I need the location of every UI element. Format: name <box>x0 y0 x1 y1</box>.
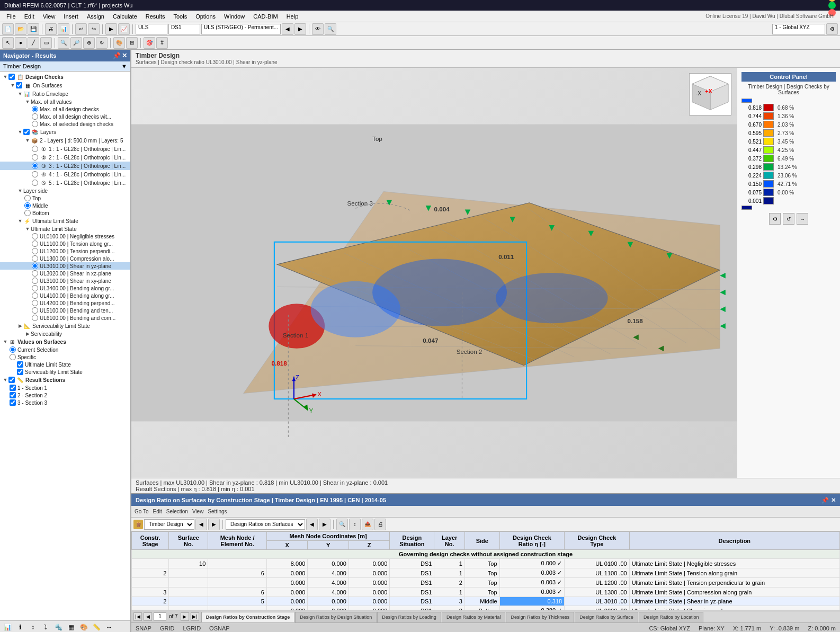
ul4100-radio[interactable] <box>32 292 38 299</box>
tree-sls-specific[interactable]: Serviceability Limit State <box>0 368 130 376</box>
ul5100-radio[interactable] <box>32 307 38 314</box>
next-ratios[interactable]: ▶ <box>319 519 330 530</box>
coord-dropdown[interactable]: 1 - Global XYZ <box>772 24 825 34</box>
tree-ul1200[interactable]: UL1200.00 | Tension perpendi... <box>0 247 130 255</box>
tree-ratio-envelope[interactable]: ▼ 📊 Ratio Envelope <box>0 90 130 98</box>
menu-edit[interactable]: Edit <box>20 12 39 21</box>
tree-values-surfaces[interactable]: ▼ ⊞ Values on Surfaces <box>0 337 130 346</box>
tree-l5[interactable]: ⑤ 5 : 1 - GL28c | Orthotropic | Lin... <box>0 179 130 187</box>
dc-checkbox[interactable] <box>8 74 15 80</box>
tree-layers-2[interactable]: ▼ 📦 2 - Layers | d: 500.0 mm | Layers: 5 <box>0 136 130 145</box>
tb-edit[interactable]: Edit <box>153 509 162 514</box>
tb-goto[interactable]: Go To <box>135 509 149 514</box>
l3-radio[interactable] <box>32 163 38 169</box>
ul1200-radio[interactable] <box>32 248 38 254</box>
menu-assign[interactable]: Assign <box>83 12 109 21</box>
tab-constr-stage[interactable]: Design Ratios by Construction Stage <box>201 612 295 622</box>
sls-sp-checkbox[interactable] <box>17 369 23 375</box>
tree-ul6100[interactable]: UL6100.00 | Bending and com... <box>0 314 130 322</box>
tree-max-all[interactable]: ▼ Max. of all values <box>0 98 130 105</box>
module-dropdown[interactable]: Timber Design <box>144 519 194 530</box>
tb-selection[interactable]: Selection <box>166 509 188 514</box>
menu-insert[interactable]: Insert <box>59 12 83 21</box>
tb-view[interactable]: View <box>192 509 204 514</box>
tab-design-situation[interactable]: Design Ratios by Design Situation <box>295 612 377 622</box>
ds-dropdown[interactable]: DS1 <box>168 24 200 34</box>
filter-results[interactable]: 🔍 <box>336 519 348 530</box>
ul3020-radio[interactable] <box>32 270 38 277</box>
ul1100-radio[interactable] <box>32 241 38 247</box>
tree-l1[interactable]: ① 1 : 1 - GL28c | Orthotropic | Lin... <box>0 145 130 153</box>
tree-ul5100[interactable]: UL5100.00 | Bending and ten... <box>0 307 130 314</box>
nav-close[interactable]: ✕ <box>122 52 127 59</box>
tree-uls[interactable]: ▼ ⚡ Ultimate Limit State <box>0 217 130 225</box>
table-row[interactable]: 0.000 0.000 0.000 DS1 2 Bottom 0.280 ✓ U… <box>132 606 840 610</box>
tree-design-checks[interactable]: ▼ 📋 Design Checks <box>0 73 130 81</box>
table-row[interactable]: 0.000 4.000 0.000 DS1 2 Top 0.003 ✓ UL 1… <box>132 578 840 588</box>
line-btn[interactable]: ╱ <box>28 37 39 49</box>
print-results[interactable]: 🖨 <box>374 519 386 530</box>
tab-thickness[interactable]: Design Ratios by Thickness <box>506 612 574 622</box>
prev-ratios[interactable]: ◀ <box>306 519 318 530</box>
first-page-btn[interactable]: |◀ <box>133 612 142 621</box>
prev-module[interactable]: ◀ <box>195 519 207 530</box>
load-dropdown[interactable]: ULS (STR/GEO) - Permanent... <box>201 24 281 34</box>
tree-max-design-1[interactable]: Max. of all design checks <box>0 105 130 113</box>
grid-btn[interactable]: # <box>156 37 168 49</box>
legend-settings-btn[interactable]: ⚙ <box>769 213 781 225</box>
cs-radio[interactable] <box>10 346 16 353</box>
render-btn[interactable]: 🎨 <box>113 37 125 49</box>
l4-radio[interactable] <box>32 171 38 177</box>
wire-btn[interactable]: ⊞ <box>126 37 138 49</box>
tree-l3[interactable]: ③ 3 : 1 - GL28c | Orthotropic | Lin... <box>0 162 130 170</box>
l1-radio[interactable] <box>32 146 38 152</box>
tab-location[interactable]: Design Ratios by Location <box>639 612 704 622</box>
l5-radio[interactable] <box>32 180 38 186</box>
ul4200-radio[interactable] <box>32 300 38 306</box>
prev-page-btn[interactable]: ◀ <box>144 612 152 621</box>
l2r-radio[interactable] <box>32 154 38 161</box>
print2-btn[interactable]: 📊 <box>58 23 69 35</box>
mid-radio[interactable] <box>24 202 31 209</box>
next-module[interactable]: ▶ <box>208 519 220 530</box>
last-page-btn[interactable]: ▶| <box>191 612 199 621</box>
tree-on-surfaces[interactable]: ▼ ▦ On Surfaces <box>0 81 130 90</box>
menu-help[interactable]: Help <box>282 12 303 21</box>
table-row[interactable]: 10 8.000 0.000 0.000 DS1 1 Top 0.000 ✓ U… <box>132 559 840 568</box>
uls-sp-checkbox[interactable] <box>17 361 23 368</box>
table-row[interactable]: 2 5 0.000 0.000 0.000 DS1 3 Middle 0.318… <box>132 597 840 606</box>
snap-btn[interactable]: 🎯 <box>144 37 155 49</box>
table-row[interactable]: 2 6 0.000 4.000 0.000 DS1 1 Top 0.003 ✓ … <box>132 568 840 578</box>
menu-results[interactable]: Results <box>141 12 169 21</box>
new-btn[interactable]: 📄 <box>2 23 14 35</box>
results-close[interactable]: ✕ <box>831 497 836 504</box>
table-row[interactable]: 3 6 0.000 4.000 0.000 DS1 1 Top 0.003 ✓ … <box>132 588 840 597</box>
tree-ul3100[interactable]: UL3100.00 | Shear in xy-plane <box>0 277 130 284</box>
print-btn[interactable]: 🖨 <box>45 23 57 35</box>
save-btn[interactable]: 💾 <box>28 23 39 35</box>
ul0100-radio[interactable] <box>32 233 38 239</box>
tree-ul3010[interactable]: UL3010.00 | Shear in yz-plane <box>0 262 130 270</box>
tree-top[interactable]: Top <box>0 194 130 202</box>
tree-max-selected[interactable]: Max. of selected design checks <box>0 120 130 128</box>
tree-l4[interactable]: ④ 4 : 1 - GL28c | Orthotropic | Lin... <box>0 170 130 179</box>
tree-max-design-2[interactable]: Max. of all design checks wit... <box>0 113 130 120</box>
zoom-all-btn[interactable]: ⊕ <box>83 37 95 49</box>
rotate-btn[interactable]: ↻ <box>96 37 108 49</box>
deformation-icon[interactable]: ⤵ <box>40 622 51 633</box>
tree-layers[interactable]: ▼ 📚 Layers <box>0 128 130 136</box>
scaling-icon[interactable]: ↔ <box>104 622 114 633</box>
menu-view[interactable]: View <box>39 12 60 21</box>
menu-calculate[interactable]: Calculate <box>109 12 141 21</box>
tree-specific[interactable]: Specific <box>0 353 130 361</box>
legend-reset-btn[interactable]: ↺ <box>783 213 794 225</box>
sp-radio[interactable] <box>10 354 16 360</box>
menu-cad-bim[interactable]: CAD-BIM <box>249 12 282 21</box>
s3-checkbox[interactable] <box>10 399 16 406</box>
surface-btn[interactable]: ▭ <box>40 37 52 49</box>
nav-dropdown-arrow[interactable]: ▼ <box>121 63 127 69</box>
osnap-status[interactable]: OSNAP <box>209 625 230 631</box>
zoom-in-btn[interactable]: 🔍 <box>58 37 69 49</box>
snap-status[interactable]: SNAP <box>136 625 151 631</box>
tree-serviceability[interactable]: ▶ Serviceability <box>0 330 130 337</box>
